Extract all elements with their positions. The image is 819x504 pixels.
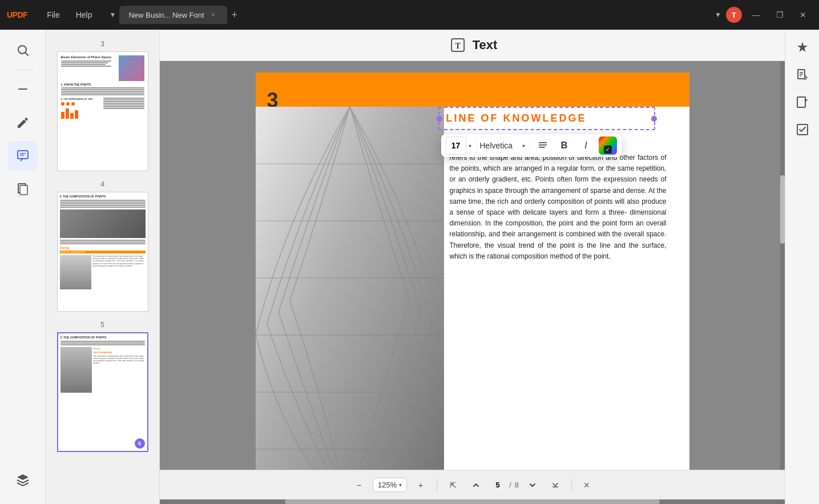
- go-to-end-button[interactable]: [546, 476, 564, 494]
- svg-rect-3: [18, 151, 28, 159]
- page-thumbnail-3[interactable]: Basic Elements of Plane Space 1. KNOW TH…: [57, 51, 148, 171]
- add-tab-button[interactable]: +: [227, 7, 243, 23]
- current-page-input[interactable]: [490, 481, 506, 489]
- titlebar-dropdown-btn[interactable]: ▼: [715, 11, 721, 19]
- bottom-toolbar: − 125% ▾ + ⇱ / 8: [160, 470, 785, 499]
- horizontal-scrollbar-thumb[interactable]: [285, 499, 660, 504]
- minimize-button[interactable]: —: [747, 8, 766, 22]
- tab-label: New Busin... New Font: [128, 11, 204, 19]
- search-tool-button[interactable]: [8, 35, 38, 65]
- page-number-3: 3: [100, 40, 104, 48]
- zoom-level-text: 125%: [378, 481, 397, 489]
- tool-divider-1: [13, 70, 33, 70]
- tab-dropdown[interactable]: ▼: [106, 9, 119, 21]
- current-page-badge: 5: [135, 438, 145, 449]
- svg-rect-26: [797, 97, 805, 107]
- zoom-in-button[interactable]: +: [411, 476, 430, 494]
- zoom-display[interactable]: 125% ▾: [373, 478, 407, 492]
- selected-text-content: LINE OF KNOWLEDGE: [446, 112, 587, 124]
- edit-tool-button[interactable]: [8, 108, 38, 138]
- font-dropdown[interactable]: ▾: [522, 143, 525, 149]
- menu-file[interactable]: File: [39, 7, 68, 23]
- page-group-3: 3 Basic Elements of Plane Space: [46, 35, 159, 176]
- svg-text:T: T: [455, 42, 461, 50]
- font-size-dropdown[interactable]: ▾: [469, 143, 471, 149]
- go-to-start-button[interactable]: ⇱: [444, 476, 462, 494]
- bold-button[interactable]: B: [555, 136, 574, 155]
- text-tool-icon[interactable]: T: [447, 35, 468, 55]
- zoom-dropdown-arrow[interactable]: ▾: [399, 482, 402, 488]
- selection-handle-right[interactable]: [651, 116, 657, 122]
- toolbar-divider-2: [571, 478, 572, 492]
- pdf-page: 3: [256, 72, 689, 470]
- annotation-tool-button[interactable]: [8, 141, 38, 171]
- close-button[interactable]: ✕: [794, 8, 812, 22]
- prev-page-button[interactable]: [467, 476, 485, 494]
- pdf-scroll-area[interactable]: 3: [160, 61, 785, 470]
- page-thumbnail-4[interactable]: 3. THE COMPOSITION OF POINTS St: [57, 192, 148, 312]
- font-size-control: ▾: [446, 136, 477, 155]
- page-group-4: 4 3. THE COMPOSITION OF POINTS: [46, 176, 159, 316]
- bottom-close-button[interactable]: ✕: [579, 477, 595, 493]
- layers-tool-button[interactable]: [8, 465, 38, 495]
- horizontal-scrollbar[interactable]: [160, 499, 785, 504]
- pdf-toolbar: T Text: [160, 30, 785, 61]
- color-picker-button[interactable]: ✓: [599, 136, 617, 155]
- next-page-button[interactable]: [523, 476, 542, 494]
- zoom-out-button[interactable]: −: [350, 476, 368, 494]
- font-name-label: Helvetica: [480, 141, 520, 150]
- titlebar: UPDF File Help ▼ New Busin... New Font ×…: [0, 0, 819, 30]
- right-sidebar: [785, 30, 819, 504]
- text-selection-box[interactable]: LINE OF KNOWLEDGE: [438, 107, 655, 130]
- svg-rect-2: [18, 88, 27, 90]
- page-number-4: 4: [100, 180, 104, 188]
- app-logo: UPDF: [7, 10, 27, 19]
- font-size-input[interactable]: [446, 136, 466, 155]
- svg-rect-7: [20, 186, 27, 195]
- pages-tool-button[interactable]: [8, 174, 38, 204]
- maximize-button[interactable]: ❐: [770, 8, 789, 22]
- tab-area: ▼ New Busin... New Font × +: [106, 6, 410, 24]
- titlebar-actions: ▼ T — ❐ ✕: [715, 7, 812, 23]
- total-pages: 8: [515, 481, 519, 489]
- arch-image: [256, 107, 444, 470]
- svg-line-1: [25, 53, 28, 56]
- font-name-control: Helvetica ▾: [480, 141, 530, 150]
- color-check-icon: ✓: [604, 146, 612, 154]
- italic-button[interactable]: I: [577, 136, 595, 155]
- pdf-scrollbar-thumb[interactable]: [780, 175, 785, 244]
- floating-text-toolbar: ▾ Helvetica ▾ B I: [441, 134, 622, 157]
- user-avatar[interactable]: T: [726, 7, 742, 23]
- left-sidebar: [0, 30, 46, 504]
- page-thumbnail-5[interactable]: 3. THE COMPOSITION OF POINTS String LINE…: [57, 332, 148, 452]
- active-tab[interactable]: New Busin... New Font ×: [119, 6, 227, 24]
- main-area: 3 Basic Elements of Plane Space: [0, 30, 819, 504]
- verify-button[interactable]: [790, 118, 814, 142]
- page-header-bar: 3: [256, 72, 689, 107]
- share-button[interactable]: [790, 90, 814, 114]
- pdf-area: T Text 3: [160, 30, 785, 504]
- page-display: / 8: [490, 481, 519, 489]
- thumbnail-panel: 3 Basic Elements of Plane Space: [46, 30, 160, 504]
- svg-rect-11: [256, 107, 444, 470]
- toolbar-text-section: T Text: [447, 35, 498, 55]
- toolbar-divider-1: [437, 478, 437, 492]
- pdf-info-button[interactable]: [790, 63, 814, 87]
- page-number-5: 5: [100, 321, 104, 329]
- body-text-area: refers to the shape and area, position o…: [444, 147, 672, 268]
- page-group-5: 5 3. THE COMPOSITION OF POINTS String: [46, 316, 159, 457]
- ai-assistant-button[interactable]: [790, 35, 814, 59]
- page-separator: /: [509, 481, 511, 489]
- sidebar-bottom-stack: [8, 465, 38, 504]
- toolbar-title: Text: [473, 38, 498, 53]
- pdf-vertical-scrollbar[interactable]: [780, 61, 785, 470]
- selection-handle-left[interactable]: [437, 116, 442, 122]
- menu-help[interactable]: Help: [68, 7, 100, 23]
- tab-close-button[interactable]: ×: [209, 10, 218, 19]
- align-button[interactable]: [534, 136, 552, 155]
- hand-tool-button[interactable]: [8, 75, 38, 104]
